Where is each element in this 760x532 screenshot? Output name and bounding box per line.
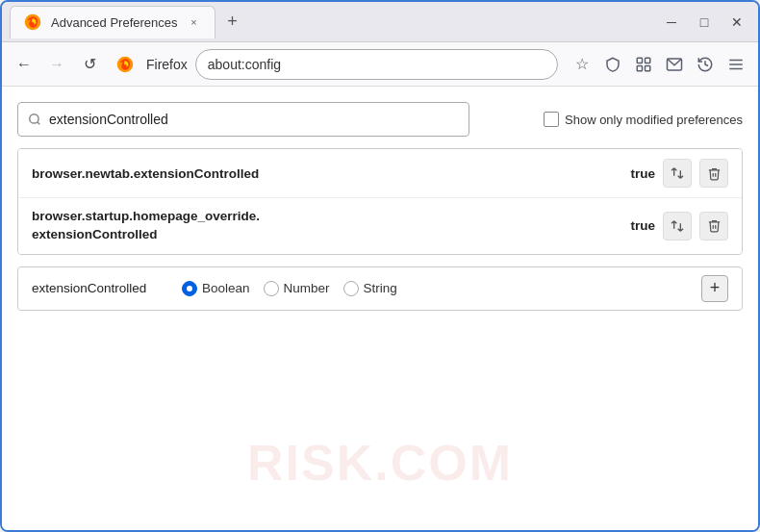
radio-string-circle <box>343 281 359 296</box>
new-tab-button[interactable]: + <box>219 9 246 36</box>
title-bar: Advanced Preferences × + ─ □ ✕ <box>2 2 758 42</box>
pref-name-1: browser.newtab.extensionControlled <box>32 166 615 181</box>
search-value: extensionControlled <box>49 112 168 127</box>
svg-rect-3 <box>646 58 650 63</box>
type-radio-group: Boolean Number String <box>182 281 397 296</box>
row-actions-1 <box>663 159 728 188</box>
browser-name: Firefox <box>146 57 188 72</box>
address-bar[interactable]: about:config <box>195 49 558 80</box>
row-actions-2 <box>663 212 728 241</box>
browser-window: Advanced Preferences × + ─ □ ✕ ← → ↺ Fir… <box>0 0 760 532</box>
radio-boolean-label: Boolean <box>202 281 250 295</box>
show-modified-label: Show only modified preferences <box>565 113 743 127</box>
watermark: RISK.COM <box>247 434 513 492</box>
add-preference-button[interactable]: + <box>701 275 728 302</box>
shield-icon[interactable] <box>598 50 627 79</box>
new-pref-name: extensionControlled <box>32 281 166 295</box>
tab-favicon <box>22 12 43 33</box>
toggle-button-1[interactable] <box>663 159 692 188</box>
radio-number[interactable]: Number <box>264 281 330 296</box>
pref-name-2: browser.startup.homepage_override.extens… <box>32 208 615 244</box>
radio-string[interactable]: String <box>343 281 397 296</box>
search-box[interactable]: extensionControlled <box>17 102 469 137</box>
back-button[interactable]: ← <box>10 50 38 79</box>
window-controls: ─ □ ✕ <box>658 9 750 36</box>
refresh-button[interactable]: ↺ <box>75 50 104 79</box>
toggle-button-2[interactable] <box>663 212 692 241</box>
firefox-logo <box>112 51 139 78</box>
delete-button-2[interactable] <box>699 212 728 241</box>
search-icon <box>28 113 41 126</box>
svg-rect-5 <box>646 65 650 70</box>
radio-boolean[interactable]: Boolean <box>182 281 250 296</box>
add-preference-row: extensionControlled Boolean Number Strin… <box>17 266 743 311</box>
pref-value-1: true <box>630 166 655 181</box>
bookmark-icon[interactable]: ☆ <box>568 50 596 79</box>
tab-title: Advanced Preferences <box>51 15 178 30</box>
radio-number-label: Number <box>284 281 330 295</box>
mail-icon[interactable] <box>660 50 689 79</box>
svg-rect-4 <box>637 65 642 70</box>
maximize-button[interactable]: □ <box>691 9 718 36</box>
svg-rect-2 <box>637 58 642 63</box>
address-text: about:config <box>208 57 281 72</box>
table-row[interactable]: browser.startup.homepage_override.extens… <box>18 198 742 254</box>
extension-icon[interactable] <box>629 50 658 79</box>
svg-line-11 <box>38 122 40 125</box>
navigation-bar: ← → ↺ Firefox about:config ☆ <box>2 42 758 87</box>
search-row: extensionControlled Show only modified p… <box>17 102 743 137</box>
menu-icon[interactable] <box>722 50 750 79</box>
table-row[interactable]: browser.newtab.extensionControlled true <box>18 149 742 198</box>
forward-button[interactable]: → <box>42 50 71 79</box>
radio-number-circle <box>264 281 279 296</box>
history-icon[interactable] <box>691 50 720 79</box>
tab-close-btn[interactable]: × <box>186 13 203 31</box>
svg-point-10 <box>30 114 38 123</box>
content-area: RISK.COM extensionControlled Show only m… <box>2 87 758 530</box>
toolbar-icons: ☆ <box>568 50 750 79</box>
radio-boolean-circle <box>182 281 197 296</box>
delete-button-1[interactable] <box>699 159 728 188</box>
results-table: browser.newtab.extensionControlled true <box>17 148 743 255</box>
radio-string-label: String <box>364 281 397 295</box>
show-modified-checkbox[interactable] <box>544 112 559 127</box>
minimize-button[interactable]: ─ <box>658 9 685 36</box>
show-modified-row[interactable]: Show only modified preferences <box>544 112 743 127</box>
active-tab[interactable]: Advanced Preferences × <box>10 6 215 38</box>
pref-value-2: true <box>630 218 655 233</box>
close-button[interactable]: ✕ <box>723 9 750 36</box>
